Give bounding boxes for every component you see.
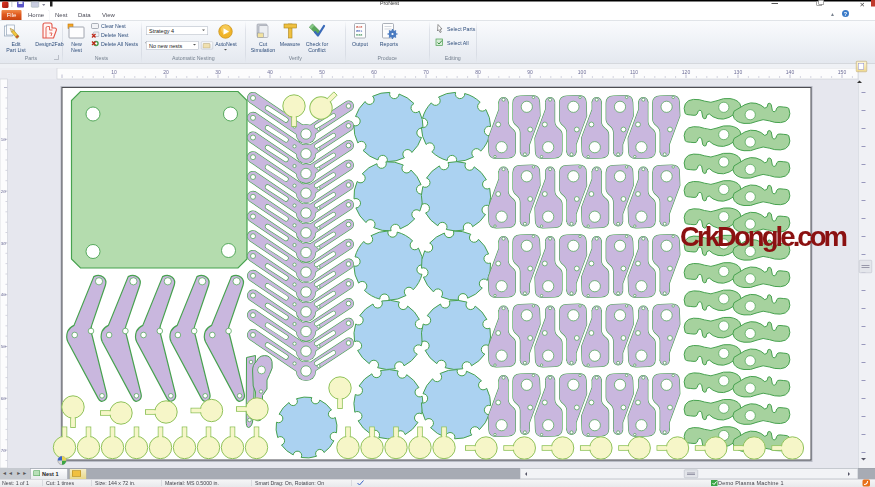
svg-text:60: 60	[371, 69, 377, 75]
svg-text:150: 150	[838, 69, 847, 75]
svg-text:M30: M30	[356, 33, 362, 37]
svg-text:110: 110	[630, 69, 638, 75]
svg-text:40: 40	[267, 69, 273, 75]
svg-text:40: 40	[1, 292, 6, 297]
svg-text:70: 70	[423, 69, 429, 75]
svg-text:10: 10	[111, 69, 117, 75]
svg-text:120: 120	[682, 69, 691, 75]
svg-text:60: 60	[1, 396, 6, 401]
svg-text:100: 100	[578, 69, 587, 75]
svg-text:70: 70	[1, 448, 6, 453]
svg-text:140: 140	[786, 69, 795, 75]
svg-text:50: 50	[1, 344, 6, 349]
svg-text:80: 80	[475, 69, 481, 75]
svg-text:CrkDongle.com: CrkDongle.com	[680, 221, 848, 252]
svg-text:10: 10	[1, 137, 6, 142]
svg-text:50: 50	[319, 69, 325, 75]
svg-text:30: 30	[1, 241, 6, 246]
svg-text:130: 130	[734, 69, 743, 75]
svg-text:30: 30	[215, 69, 221, 75]
svg-text:90: 90	[527, 69, 533, 75]
svg-text:20: 20	[1, 189, 6, 194]
svg-text:20: 20	[163, 69, 169, 75]
